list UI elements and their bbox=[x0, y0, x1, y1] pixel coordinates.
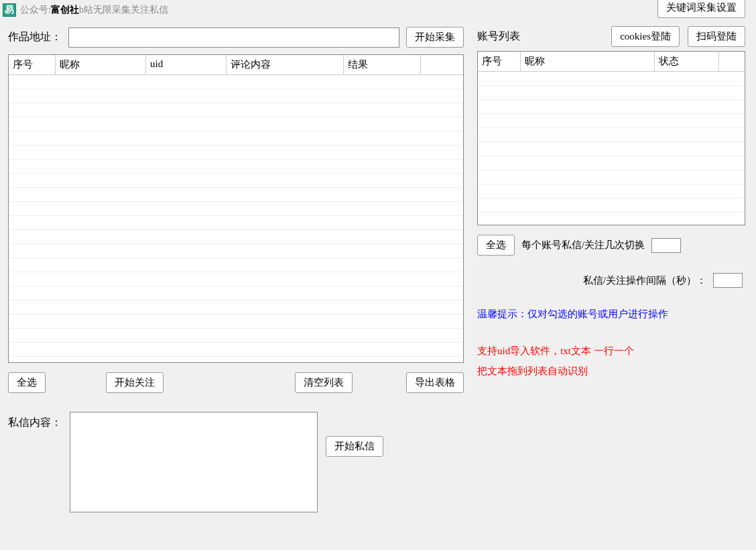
accounts-table-body[interactable] bbox=[478, 72, 745, 225]
table-row[interactable] bbox=[9, 131, 463, 146]
col-spacer bbox=[421, 55, 463, 74]
message-textarea[interactable] bbox=[70, 412, 318, 512]
table-row[interactable] bbox=[9, 244, 463, 258]
table-row[interactable] bbox=[9, 89, 463, 103]
start-follow-button[interactable]: 开始关注 bbox=[106, 372, 164, 393]
col-comment[interactable]: 评论内容 bbox=[227, 55, 344, 74]
table-row[interactable] bbox=[9, 286, 463, 300]
interval-label: 私信/关注操作间隔（秒）： bbox=[583, 274, 706, 287]
acct-col-nickname[interactable]: 昵称 bbox=[521, 52, 655, 71]
table-row[interactable] bbox=[9, 329, 463, 343]
table-row[interactable] bbox=[478, 86, 745, 100]
switch-label: 每个账号私信/关注几次切换 bbox=[521, 239, 645, 252]
acct-col-index[interactable]: 序号 bbox=[478, 52, 521, 71]
accounts-table[interactable]: 序号 昵称 状态 bbox=[477, 51, 745, 225]
table-row[interactable] bbox=[9, 202, 463, 216]
table-row[interactable] bbox=[9, 230, 463, 244]
window-title: 公众号:富创社b站无限采集关注私信 bbox=[20, 4, 168, 16]
table-row[interactable] bbox=[9, 216, 463, 230]
col-index[interactable]: 序号 bbox=[9, 55, 56, 74]
keyword-settings-button[interactable]: 关键词采集设置 bbox=[657, 0, 745, 18]
hint-red: 支持uid导入软件，txt文本 一行一个 把文本拖到列表自动识别 bbox=[477, 341, 745, 381]
export-table-button[interactable]: 导出表格 bbox=[406, 372, 464, 393]
col-uid[interactable]: uid bbox=[146, 55, 227, 74]
clear-list-button[interactable]: 清空列表 bbox=[295, 372, 353, 393]
start-collect-button[interactable]: 开始采集 bbox=[406, 27, 464, 48]
table-row[interactable] bbox=[9, 75, 463, 89]
comments-table-header: 序号 昵称 uid 评论内容 结果 bbox=[9, 55, 463, 75]
table-row[interactable] bbox=[9, 272, 463, 286]
table-row[interactable] bbox=[9, 343, 463, 357]
acct-col-spacer bbox=[719, 52, 745, 71]
hint-blue: 温馨提示：仅对勾选的账号或用户进行操作 bbox=[477, 308, 745, 321]
table-row[interactable] bbox=[478, 128, 745, 142]
col-result[interactable]: 结果 bbox=[344, 55, 421, 74]
start-message-button[interactable]: 开始私信 bbox=[326, 436, 383, 457]
table-row[interactable] bbox=[9, 160, 463, 174]
table-row[interactable] bbox=[478, 72, 745, 86]
comments-table-body[interactable] bbox=[9, 75, 463, 362]
table-row[interactable] bbox=[9, 258, 463, 272]
hint-red-line1: 支持uid导入软件，txt文本 一行一个 bbox=[477, 341, 745, 361]
table-row[interactable] bbox=[478, 114, 745, 128]
comments-table[interactable]: 序号 昵称 uid 评论内容 结果 bbox=[8, 54, 464, 363]
table-row[interactable] bbox=[478, 100, 745, 114]
url-input[interactable] bbox=[68, 28, 399, 48]
cookies-login-button[interactable]: cookies登陆 bbox=[611, 26, 680, 47]
table-row[interactable] bbox=[478, 199, 745, 213]
switch-input[interactable] bbox=[651, 238, 681, 253]
accounts-table-header: 序号 昵称 状态 bbox=[478, 52, 745, 72]
hint-red-line2: 把文本拖到列表自动识别 bbox=[477, 361, 745, 381]
table-row[interactable] bbox=[9, 315, 463, 329]
app-icon: 易 bbox=[3, 3, 16, 17]
table-row[interactable] bbox=[9, 117, 463, 131]
table-row[interactable] bbox=[9, 103, 463, 117]
table-row[interactable] bbox=[478, 156, 745, 170]
table-row[interactable] bbox=[478, 142, 745, 156]
accounts-label: 账号列表 bbox=[477, 30, 520, 44]
acct-col-status[interactable]: 状态 bbox=[655, 52, 719, 71]
table-row[interactable] bbox=[9, 146, 463, 160]
table-row[interactable] bbox=[478, 170, 745, 184]
accounts-select-all-button[interactable]: 全选 bbox=[477, 235, 515, 256]
table-row[interactable] bbox=[9, 300, 463, 315]
table-row[interactable] bbox=[9, 188, 463, 202]
interval-input[interactable] bbox=[713, 273, 743, 288]
select-all-button[interactable]: 全选 bbox=[8, 372, 46, 393]
url-label: 作品地址： bbox=[8, 30, 62, 44]
scan-login-button[interactable]: 扫码登陆 bbox=[688, 26, 745, 47]
table-row[interactable] bbox=[478, 184, 745, 199]
table-row[interactable] bbox=[9, 174, 463, 188]
col-nickname[interactable]: 昵称 bbox=[56, 55, 146, 74]
msg-label: 私信内容： bbox=[8, 416, 62, 430]
